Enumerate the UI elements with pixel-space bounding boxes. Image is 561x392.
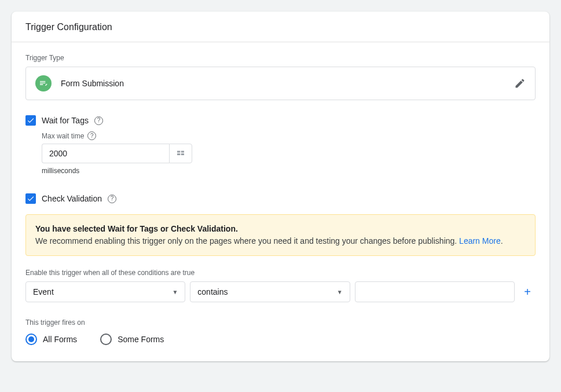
notice-text: We recommend enabling this trigger only …: [35, 236, 459, 246]
check-icon: [27, 116, 35, 124]
learn-more-link[interactable]: Learn More: [459, 236, 501, 246]
max-wait-input-group: [42, 144, 536, 163]
radio-all-forms: [25, 334, 37, 345]
all-forms-option[interactable]: All Forms: [25, 334, 77, 345]
card-title: Trigger Configuration: [12, 12, 549, 42]
max-wait-unit: milliseconds: [42, 167, 536, 175]
chevron-down-icon: ▼: [337, 289, 343, 295]
condition-operator-value: contains: [197, 287, 228, 296]
block-icon: [175, 148, 186, 159]
form-submission-icon: [35, 75, 52, 91]
pencil-icon: [514, 78, 526, 89]
check-validation-label: Check Validation: [42, 194, 102, 203]
fires-on-radio-group: All Forms Some Forms: [25, 334, 536, 345]
max-wait-label-row: Max wait time ?: [42, 131, 536, 140]
variable-picker-button[interactable]: [169, 144, 192, 163]
notice-period: .: [501, 236, 503, 246]
condition-operator-select[interactable]: contains ▼: [190, 281, 350, 302]
chevron-down-icon: ▼: [172, 289, 178, 295]
trigger-config-card: Trigger Configuration Trigger Type Form …: [12, 12, 549, 361]
wait-for-tags-row: Wait for Tags ?: [25, 115, 536, 126]
max-wait-input[interactable]: [42, 144, 169, 163]
conditions-label: Enable this trigger when all of these co…: [25, 269, 536, 277]
condition-variable-select[interactable]: Event ▼: [25, 281, 185, 302]
help-icon[interactable]: ?: [108, 195, 116, 203]
check-validation-checkbox[interactable]: [25, 193, 36, 204]
add-condition-button[interactable]: +: [519, 285, 536, 299]
check-icon: [27, 195, 35, 203]
condition-variable-value: Event: [33, 287, 54, 296]
radio-some-forms: [100, 334, 112, 345]
notice-body: We recommend enabling this trigger only …: [35, 235, 526, 247]
wait-for-tags-label: Wait for Tags: [42, 116, 89, 125]
condition-row: Event ▼ contains ▼ +: [25, 281, 536, 302]
help-icon[interactable]: ?: [87, 131, 96, 140]
trigger-type-value: Form Submission: [61, 79, 505, 88]
max-wait-label: Max wait time: [42, 132, 84, 140]
all-forms-label: All Forms: [43, 335, 77, 344]
fires-on-label: This trigger fires on: [25, 318, 536, 327]
card-body: Trigger Type Form Submission Wait for Ta…: [12, 42, 549, 361]
notice-title: You have selected Wait for Tags or Check…: [35, 223, 526, 235]
trigger-type-selector[interactable]: Form Submission: [25, 67, 536, 100]
condition-value-input[interactable]: [355, 281, 515, 302]
check-validation-row: Check Validation ?: [25, 193, 536, 204]
wait-for-tags-checkbox[interactable]: [25, 115, 36, 126]
some-forms-option[interactable]: Some Forms: [100, 334, 164, 345]
edit-trigger-type-button[interactable]: [514, 78, 526, 89]
trigger-type-label: Trigger Type: [25, 54, 536, 62]
max-wait-section: Max wait time ? milliseconds: [42, 131, 536, 175]
some-forms-label: Some Forms: [118, 335, 164, 344]
validation-notice: You have selected Wait for Tags or Check…: [25, 214, 536, 256]
help-icon[interactable]: ?: [94, 116, 103, 125]
